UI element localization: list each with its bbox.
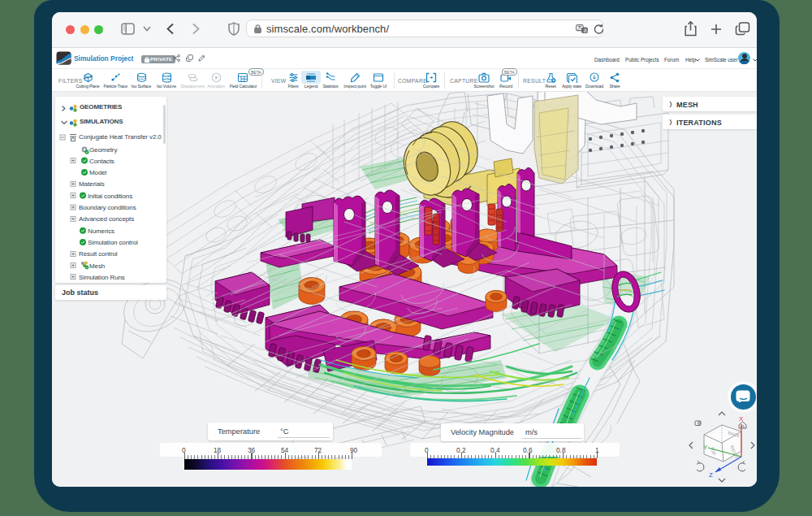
svg-text:X: X: [739, 415, 744, 423]
svg-text:Y: Y: [703, 444, 708, 451]
svg-text:Z: Z: [709, 471, 713, 479]
svg-text:あ: あ: [583, 28, 588, 33]
